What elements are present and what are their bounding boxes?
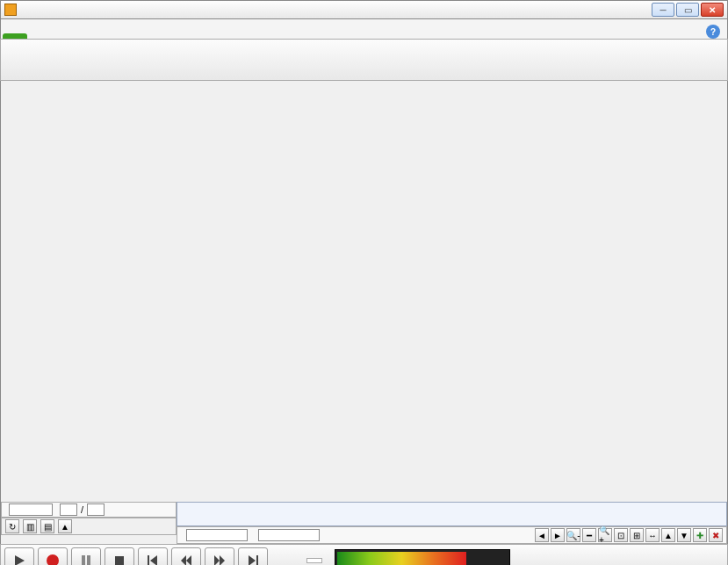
transport-bar (0, 544, 728, 565)
scroll-right-icon[interactable]: ► (551, 528, 565, 542)
zoom-in-icon[interactable]: 🔍+ (598, 528, 612, 542)
end-input[interactable] (258, 529, 320, 541)
app-icon (4, 4, 17, 16)
svg-marker-0 (15, 555, 25, 565)
tracks-panel (1, 81, 177, 502)
help-icon[interactable]: ? (706, 25, 720, 39)
view-icons-row: ↻ ▥ ▤ ▲ (1, 518, 177, 535)
play-button[interactable] (4, 547, 34, 565)
svg-marker-10 (249, 555, 256, 565)
range-row: ◄ ► 🔍- ━ 🔍+ ⊡ ⊞ ↔ ▲ ▼ ✚ ✖ (177, 526, 727, 544)
svg-rect-3 (115, 556, 124, 565)
time-sig-num[interactable] (60, 503, 77, 516)
zoom-fit-icon[interactable]: ⊞ (630, 528, 644, 542)
record-button[interactable] (38, 547, 68, 565)
vzoom-out-icon[interactable]: ▼ (677, 528, 691, 542)
maximize-button[interactable]: ▭ (676, 3, 699, 17)
svg-marker-9 (220, 555, 225, 565)
stop-button[interactable] (105, 547, 134, 565)
timeline[interactable] (177, 502, 727, 526)
menu-bar: ? (0, 19, 728, 39)
metronome-icon[interactable]: ▲ (58, 519, 72, 533)
file-menu[interactable] (3, 33, 27, 39)
scroll-left-icon[interactable]: ◄ (535, 528, 549, 542)
start-input[interactable] (186, 529, 248, 541)
title-bar: ─ ▭ ✕ (0, 0, 728, 19)
add-track-icon[interactable]: ✚ (693, 528, 707, 542)
bpm-row: / (1, 502, 177, 518)
time-sig-den[interactable] (87, 503, 105, 516)
minimize-button[interactable]: ─ (652, 3, 674, 17)
vzoom-in-icon[interactable]: ▲ (661, 528, 675, 542)
close-button[interactable]: ✕ (701, 3, 724, 17)
svg-marker-6 (181, 555, 186, 565)
toolbar (0, 39, 728, 81)
mixer-icon[interactable]: ▤ (40, 519, 54, 533)
go-start-button[interactable] (138, 547, 168, 565)
rewind-button[interactable] (171, 547, 201, 565)
waveform-panel (177, 81, 727, 502)
bpm-input[interactable] (9, 503, 53, 516)
svg-marker-7 (186, 555, 191, 565)
record-icon (47, 554, 59, 565)
go-end-button[interactable] (238, 547, 268, 565)
bars-icon[interactable]: ▥ (23, 519, 37, 533)
zoom-out-icon[interactable]: 🔍- (566, 528, 580, 542)
svg-rect-2 (87, 555, 90, 565)
master-meter (335, 549, 510, 565)
delete-track-icon[interactable]: ✖ (709, 528, 723, 542)
zoom-slider[interactable]: ━ (582, 528, 596, 542)
svg-rect-4 (148, 555, 149, 565)
forward-button[interactable] (205, 547, 234, 565)
svg-rect-1 (82, 555, 85, 565)
svg-marker-5 (150, 555, 157, 565)
timeline-ticks (177, 503, 726, 525)
pause-button[interactable] (71, 547, 101, 565)
zoom-sel-icon[interactable]: ⊡ (614, 528, 628, 542)
svg-marker-8 (214, 555, 220, 565)
svg-rect-11 (256, 555, 258, 565)
zoom-full-icon[interactable]: ↔ (645, 528, 660, 542)
playback-time (306, 558, 322, 563)
loop-icon[interactable]: ↻ (5, 519, 19, 533)
